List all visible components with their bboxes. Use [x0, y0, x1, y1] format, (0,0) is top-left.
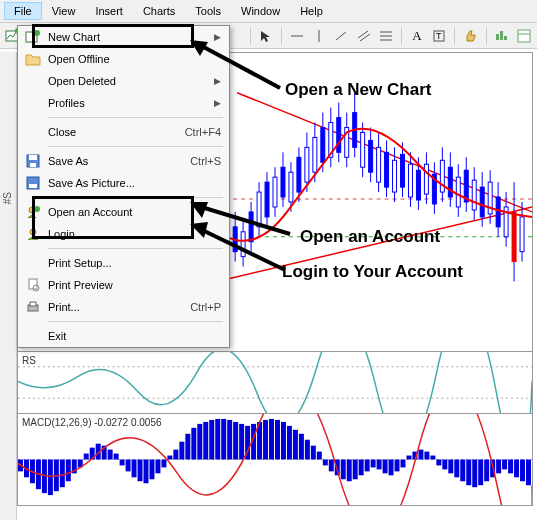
svg-rect-17: [496, 34, 499, 40]
svg-rect-79: [408, 164, 412, 197]
tb-thumb-up-icon[interactable]: [461, 26, 479, 46]
dd-close[interactable]: Close Ctrl+F4: [18, 121, 229, 143]
svg-rect-181: [436, 460, 441, 466]
menu-window[interactable]: Window: [231, 2, 290, 20]
svg-rect-193: [508, 460, 513, 474]
macd-panel[interactable]: MACD(12,26,9) -0.0272 0.0056: [17, 414, 533, 506]
svg-rect-126: [108, 450, 113, 460]
svg-rect-195: [520, 460, 525, 482]
svg-rect-142: [203, 422, 208, 460]
dd-new-chart[interactable]: New Chart ▶: [18, 26, 229, 48]
rsi-panel[interactable]: RS: [17, 352, 533, 414]
tb-vline-icon[interactable]: [310, 26, 328, 46]
svg-rect-91: [456, 177, 460, 207]
tb-fibo-icon[interactable]: [377, 26, 395, 46]
tb-label-icon[interactable]: T: [430, 26, 448, 46]
svg-line-9: [336, 32, 346, 40]
dd-save-as[interactable]: Save As Ctrl+S: [18, 150, 229, 172]
svg-rect-169: [365, 460, 370, 472]
svg-rect-130: [132, 460, 137, 478]
svg-rect-166: [347, 460, 352, 482]
svg-rect-139: [185, 434, 190, 460]
svg-rect-178: [418, 450, 423, 460]
dd-open-account-label: Open an Account: [44, 206, 221, 218]
dd-print-setup[interactable]: Print Setup...: [18, 252, 229, 274]
menu-charts[interactable]: Charts: [133, 2, 185, 20]
menu-tools[interactable]: Tools: [185, 2, 231, 20]
svg-rect-153: [269, 419, 274, 460]
dd-exit[interactable]: Exit: [18, 325, 229, 347]
dd-open-account[interactable]: Open an Account: [18, 201, 229, 223]
dd-login-label: Login: [44, 228, 221, 240]
svg-rect-201: [30, 163, 36, 167]
dd-close-label: Close: [44, 126, 185, 138]
svg-rect-210: [30, 302, 36, 306]
svg-rect-187: [472, 460, 477, 488]
tb-periods-icon[interactable]: [515, 26, 533, 46]
dd-print[interactable]: Print... Ctrl+P: [18, 296, 229, 318]
dd-save-picture[interactable]: Save As Picture...: [18, 172, 229, 194]
svg-rect-186: [466, 460, 471, 486]
tb-text-icon[interactable]: A: [408, 26, 426, 46]
svg-rect-156: [287, 426, 292, 460]
svg-rect-140: [191, 428, 196, 460]
svg-rect-141: [197, 424, 202, 460]
svg-rect-95: [472, 180, 476, 210]
svg-rect-97: [480, 187, 484, 217]
tb-indicators-icon[interactable]: [492, 26, 510, 46]
svg-rect-118: [60, 460, 65, 488]
svg-rect-134: [155, 460, 160, 474]
dd-profiles-label: Profiles: [44, 97, 214, 109]
svg-rect-37: [241, 232, 245, 257]
svg-rect-157: [293, 430, 298, 460]
dd-open-offline[interactable]: Open Offline: [18, 48, 229, 70]
menu-file[interactable]: File: [4, 2, 42, 20]
dd-open-deleted[interactable]: Open Deleted ▶: [18, 70, 229, 92]
print-icon: [22, 300, 44, 314]
menu-insert[interactable]: Insert: [85, 2, 133, 20]
svg-rect-39: [249, 212, 253, 242]
dd-print-preview-label: Print Preview: [44, 279, 221, 291]
svg-rect-55: [313, 137, 317, 172]
dd-print-label: Print...: [44, 301, 190, 313]
menu-help[interactable]: Help: [290, 2, 333, 20]
svg-rect-147: [233, 422, 238, 460]
svg-rect-119: [66, 460, 71, 482]
svg-rect-155: [281, 422, 286, 460]
dd-print-preview[interactable]: Print Preview: [18, 274, 229, 296]
dd-profiles[interactable]: Profiles ▶: [18, 92, 229, 114]
dd-open-offline-label: Open Offline: [44, 53, 221, 65]
svg-point-205: [34, 206, 40, 212]
svg-rect-138: [179, 442, 184, 460]
svg-rect-162: [323, 460, 328, 466]
svg-rect-83: [424, 164, 428, 194]
menu-view[interactable]: View: [42, 2, 86, 20]
tb-hline-icon[interactable]: [288, 26, 306, 46]
svg-rect-133: [149, 460, 154, 480]
svg-rect-41: [257, 192, 261, 227]
account-icon: [22, 205, 44, 219]
svg-rect-183: [448, 460, 453, 474]
rsi-label: RS: [22, 355, 36, 366]
svg-rect-176: [406, 456, 411, 460]
new-chart-icon: [22, 29, 44, 45]
svg-rect-136: [167, 456, 172, 460]
svg-rect-188: [478, 460, 483, 486]
svg-rect-107: [520, 217, 524, 252]
dd-print-shortcut: Ctrl+P: [190, 301, 221, 313]
svg-rect-185: [460, 460, 465, 482]
tb-trendline-icon[interactable]: [332, 26, 350, 46]
tb-channel-icon[interactable]: [355, 26, 373, 46]
svg-rect-170: [371, 460, 376, 468]
svg-rect-20: [518, 30, 530, 42]
svg-rect-160: [311, 446, 316, 460]
tb-cursor-icon[interactable]: [257, 26, 275, 46]
svg-rect-148: [239, 424, 244, 460]
svg-rect-171: [377, 460, 382, 470]
svg-rect-184: [454, 460, 459, 478]
menubar: File View Insert Charts Tools Window Hel…: [0, 0, 537, 23]
dd-login[interactable]: Login: [18, 223, 229, 245]
svg-rect-143: [209, 420, 214, 460]
svg-rect-144: [215, 419, 220, 460]
svg-rect-53: [305, 147, 309, 182]
